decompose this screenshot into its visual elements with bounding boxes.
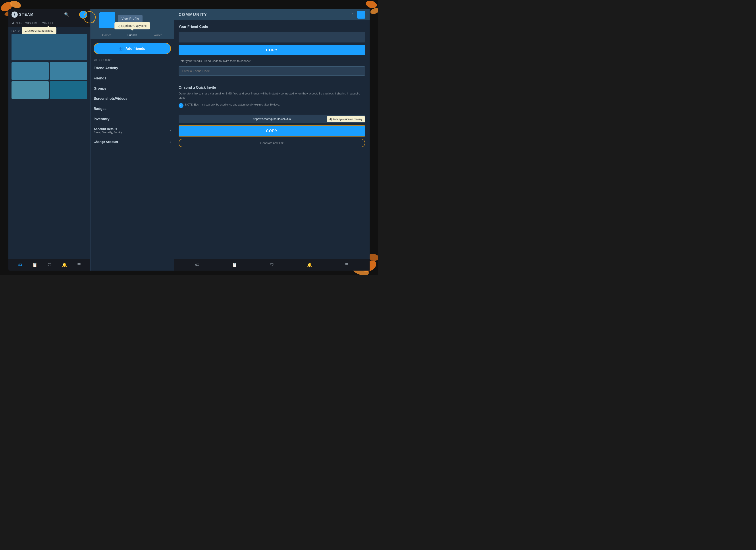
quick-invite-title: Or send a Quick Invite — [179, 86, 365, 90]
friend-code-input[interactable] — [179, 66, 365, 76]
featured-game-large[interactable] — [12, 34, 87, 60]
right-nav-list[interactable]: 📋 — [232, 263, 237, 267]
left-nav-bell[interactable]: 🔔 — [62, 263, 67, 267]
friend-code-title: Your Friend Code — [179, 25, 365, 29]
left-nav-menu[interactable]: ☰ — [77, 263, 81, 267]
add-friends-label: Add friends — [125, 47, 145, 51]
featured-game-small-4[interactable] — [50, 81, 87, 99]
left-panel: S STEAM 🔍 ⋮ MENU ▾ WISHLIST WALLET 1) Жм… — [8, 9, 90, 271]
user-avatar[interactable] — [79, 11, 87, 19]
nav-wallet[interactable]: WALLET — [42, 22, 54, 25]
community-title: COMMUNITY — [179, 12, 207, 17]
content-menu: Friend Activity Friends Groups Screensho… — [91, 63, 174, 271]
right-bottom-nav: 🏷 📋 🛡 🔔 ☰ — [174, 259, 370, 271]
tab-games[interactable]: Games — [94, 31, 120, 39]
chevron-right-account: › — [170, 129, 171, 132]
featured-game-small-1[interactable] — [12, 62, 49, 80]
menu-friends[interactable]: Friends — [91, 73, 174, 83]
menu-screenshots[interactable]: Screenshots/Videos — [91, 94, 174, 104]
note-text: ✓ NOTE: Each link can only be used once … — [179, 103, 365, 108]
nav-wishlist[interactable]: WISHLIST — [25, 22, 39, 25]
community-header-right: ⋮ — [351, 11, 365, 19]
featured-game-small-2[interactable] — [50, 62, 87, 80]
left-nav-list[interactable]: 📋 — [32, 263, 37, 267]
tooltip-add-friends: 2) «Добавить друзей» — [114, 22, 150, 29]
steam-logo-icon: S — [12, 12, 18, 18]
main-container: S STEAM 🔍 ⋮ MENU ▾ WISHLIST WALLET 1) Жм… — [8, 9, 370, 271]
check-icon: ✓ — [179, 103, 183, 108]
profile-avatar — [99, 12, 115, 28]
left-nav-tag[interactable]: 🏷 — [18, 263, 22, 267]
steam-logo: S STEAM — [12, 12, 34, 18]
steam-logo-text: STEAM — [19, 13, 34, 17]
left-nav-shield[interactable]: 🛡 — [48, 263, 52, 267]
right-nav-menu[interactable]: ☰ — [345, 263, 349, 267]
search-icon[interactable]: 🔍 — [64, 12, 69, 17]
steam-header: S STEAM 🔍 ⋮ — [8, 9, 90, 20]
back-arrow[interactable]: ‹ — [93, 19, 95, 25]
left-content: FEATURED & RECOMMENDED — [8, 27, 90, 259]
profile-tabs: Games Friends Wallet — [94, 31, 170, 39]
add-friends-icon: 👥 — [119, 46, 124, 51]
menu-badges[interactable]: Badges — [91, 104, 174, 114]
community-more-icon[interactable]: ⋮ — [351, 12, 355, 17]
community-content: Your Friend Code COPY Enter your friend'… — [174, 20, 370, 259]
helper-text: Enter your friend's Friend Code to invit… — [179, 59, 365, 63]
menu-account-details[interactable]: Account Details Store, Security, Family … — [91, 124, 174, 137]
generate-new-link-button[interactable]: Generate new link — [179, 139, 365, 147]
tooltip-copy-link: 4) Копируем новую ссылку — [327, 116, 365, 122]
quick-invite-text: Generate a link to share via email or SM… — [179, 91, 365, 100]
more-icon[interactable]: ⋮ — [72, 12, 76, 17]
featured-grid — [8, 62, 90, 99]
community-avatar — [357, 11, 365, 19]
right-panel: COMMUNITY ⋮ Your Friend Code COPY Enter … — [174, 9, 370, 271]
middle-panel: ‹ View Profile Games Friends Wallet 2) «… — [90, 9, 174, 271]
svg-point-3 — [365, 0, 378, 9]
right-nav-tag[interactable]: 🏷 — [195, 263, 199, 267]
add-friends-button[interactable]: 👥 Add friends — [94, 43, 171, 54]
left-bottom-nav: 🏷 📋 🛡 🔔 ☰ — [8, 259, 90, 271]
tab-friends[interactable]: Friends — [120, 31, 145, 39]
copy-button-1[interactable]: COPY — [179, 45, 365, 55]
right-nav-shield[interactable]: 🛡 — [270, 263, 274, 267]
community-header: COMMUNITY ⋮ — [174, 9, 370, 20]
nav-menu[interactable]: MENU ▾ — [12, 22, 22, 25]
featured-game-small-3[interactable] — [12, 81, 49, 99]
view-profile-button[interactable]: View Profile — [118, 15, 143, 22]
tab-wallet[interactable]: Wallet — [145, 31, 170, 39]
svg-point-4 — [370, 7, 378, 15]
chevron-right-change: › — [170, 140, 171, 144]
menu-change-account[interactable]: Change Account › — [91, 137, 174, 147]
copy-button-2[interactable]: COPY — [179, 126, 365, 137]
menu-groups[interactable]: Groups — [91, 83, 174, 94]
menu-inventory[interactable]: Inventory — [91, 114, 174, 124]
right-nav-bell[interactable]: 🔔 — [307, 263, 312, 267]
tooltip-click-avatar: 1) Жмем на аватарку — [22, 27, 56, 34]
menu-friend-activity[interactable]: Friend Activity — [91, 63, 174, 73]
my-content-label: MY CONTENT — [91, 58, 174, 63]
friend-code-display — [179, 32, 365, 43]
header-icons: 🔍 ⋮ — [64, 11, 87, 19]
